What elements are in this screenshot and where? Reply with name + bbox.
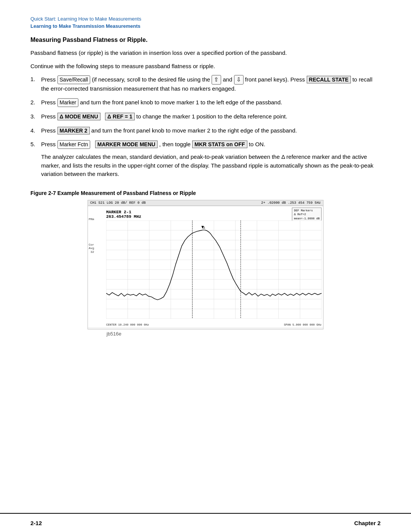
step-5: 5. Press Marker Fctn MARKER MODE MENU , … [30,140,381,183]
span-label: SPAN 5.000 000 000 GHz [284,323,322,326]
marker-2-key: MARKER 2 [57,127,90,134]
stats-ref: Δ Ref=2 [294,212,320,217]
stats-mean: mean=-1.9998 dB [294,217,320,221]
step-content-1: Press Save/Recall (if necessary, scroll … [41,75,381,93]
marker-readout: MARKER 2-1 263.454789 MHz [106,210,141,219]
step-num-2: 2. [30,98,41,107]
step-content-4: Press MARKER 2 and turn the front panel … [41,126,381,135]
step-4: 4. Press MARKER 2 and turn the front pan… [30,126,381,135]
stats-title: DEF Markers [294,209,320,213]
figure-image: CH1 S21 LOG 20 dB/ REF 0 dB 2+ .02000 dB… [88,200,323,329]
center-freq-label: CENTER 10.240 000 000 0Hz [106,323,149,326]
section-heading: Measuring Passband Flatness or Ripple. [30,37,381,43]
delta-mode-menu-key: Δ MODE MENU [57,113,100,120]
step-num-1: 1. [30,75,41,84]
steps-list: 1. Press Save/Recall (if necessary, scro… [30,75,381,183]
mkr-stats-key: MKR STATS on OFF [192,141,247,148]
delta-ref-key: Δ REF = 1 [105,113,135,120]
step-3: 3. Press Δ MODE MENU Δ REF = 1 to change… [30,112,381,121]
bottom-labels: CENTER 10.240 000 000 0Hz SPAN 5.000 000… [106,323,322,326]
step-5-explanation: The analyzer calculates the mean, standa… [41,153,381,179]
main-content: Quick Start: Learning How to Make Measur… [30,15,381,509]
chart-svg: Δ [106,220,322,319]
page-container: Quick Start: Learning How to Make Measur… [0,0,411,532]
screen-inner: CH1 S21 LOG 20 dB/ REF 0 dB 2+ .02000 dB… [88,200,323,329]
intro-para-1: Passband flatness (or ripple) is the var… [30,49,381,58]
save-recall-key: Save/Recall [57,75,91,84]
intro-para-2: Continue with the following steps to mea… [30,62,381,71]
step-num-5: 5. [30,140,41,149]
screen-top-right: 2+ .02000 dB .253 454 759 5Hz [261,201,321,205]
footer-chapter: Chapter 2 [354,520,381,526]
breadcrumb-bold-line: Learning to Make Transmission Measuremen… [30,22,381,29]
screen-top-bar: CH1 S21 LOG 20 dB/ REF 0 dB 2+ .02000 dB… [88,200,323,206]
breadcrumb: Quick Start: Learning How to Make Measur… [30,15,381,22]
breadcrumb-current: Learning to Make Transmission Measuremen… [30,23,140,29]
marker-key: Marker [57,98,79,107]
and-text: and [223,76,234,83]
step-1: 1. Press Save/Recall (if necessary, scro… [30,75,381,93]
step-num-3: 3. [30,112,41,121]
figure-caption: Figure 2-7 Example Measurement of Passba… [30,190,381,196]
down-arrow-key: ⇩ [234,75,244,85]
screen-label-left: PRmCorAvg 32 [89,217,94,254]
step-2: 2. Press Marker and turn the front panel… [30,98,381,107]
step-num-4: 4. [30,126,41,135]
footer-page-num: 2-12 [30,520,42,526]
marker-fctn-key: Marker Fctn [57,140,91,149]
recall-state-key: RECALL STATE [307,76,351,83]
up-arrow-key: ⇧ [212,75,221,85]
step-content-3: Press Δ MODE MENU Δ REF = 1 to change th… [41,112,381,121]
footer-bar: 2-12 Chapter 2 [0,513,411,532]
chart-area: Δ [106,220,322,319]
screen-top-left: CH1 S21 LOG 20 dB/ REF 0 dB [90,201,146,205]
step-content-2: Press Marker and turn the front panel kn… [41,98,381,107]
breadcrumb-link[interactable]: Quick Start: Learning How to Make Measur… [30,16,141,22]
marker-mode-menu-key: MARKER MODE MENU [95,141,158,148]
step-content-5: Press Marker Fctn MARKER MODE MENU , the… [41,140,381,183]
figure-label-below: jb516e [107,331,121,337]
figure-container: CH1 S21 LOG 20 dB/ REF 0 dB 2+ .02000 dB… [30,200,381,337]
screen-main: PRmCorAvg 32 MARKER 2-1 263.454789 MHz D… [88,206,323,327]
